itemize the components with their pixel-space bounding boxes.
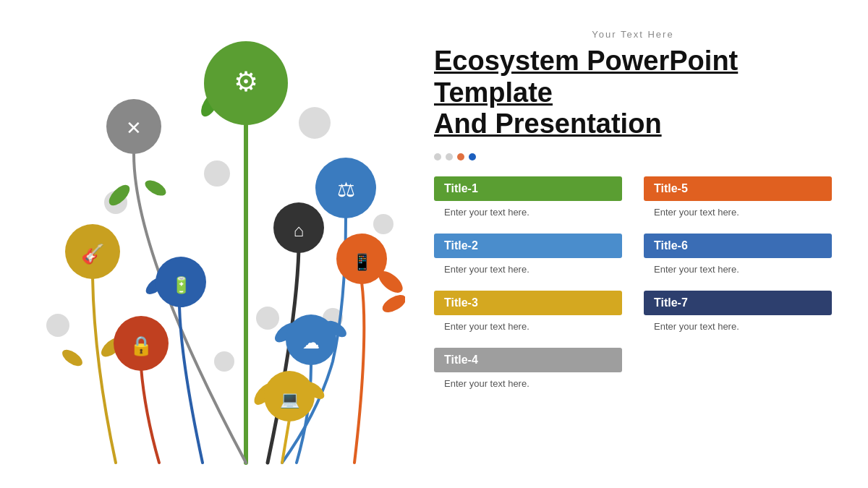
card-title2: Title-2 Enter your text here. [434,234,622,278]
svg-text:🔒: 🔒 [129,334,153,357]
card-title1-header: Title-1 [434,176,622,201]
card-title6: Title-6 Enter your text here. [644,234,832,278]
dot-3[interactable] [457,153,464,160]
svg-text:🔋: 🔋 [171,275,192,295]
svg-text:⚖: ⚖ [337,179,355,201]
card-title7: Title-7 Enter your text here. [644,291,832,335]
svg-point-6 [214,351,234,372]
card-title3-body: Enter your text here. [434,315,622,335]
main-title: Ecosystem PowerPoint Template And Presen… [434,46,832,140]
card-title4: Title-4 Enter your text here. [434,348,622,392]
right-content: Your Text Here Ecosystem PowerPoint Temp… [405,0,868,488]
card-title5-body: Enter your text here. [644,201,832,221]
tree-illustration: ⚙ ✕ ⚖ ⌂ 📱 🔋 🔒 ☁ 🎸 💻 [0,0,405,488]
subtitle: Your Text Here [434,29,832,40]
svg-point-2 [256,307,279,330]
card-title6-body: Enter your text here. [644,258,832,278]
pagination-dots [434,153,832,160]
dot-2[interactable] [446,153,453,160]
svg-text:⌂: ⌂ [294,221,305,240]
card-title4-header: Title-4 [434,348,622,372]
card-title2-header: Title-2 [434,234,622,258]
svg-text:⚙: ⚙ [234,67,258,97]
card-title6-header: Title-6 [644,234,832,258]
dot-4[interactable] [469,153,476,160]
svg-text:📱: 📱 [352,252,373,272]
card-title1-body: Enter your text here. [434,201,622,221]
svg-point-7 [373,214,393,234]
svg-text:🎸: 🎸 [81,242,105,265]
card-title3: Title-3 Enter your text here. [434,291,622,335]
svg-point-18 [142,177,169,199]
dot-1[interactable] [434,153,441,160]
svg-point-12 [380,291,405,316]
svg-point-5 [46,314,69,337]
card-title7-header: Title-7 [644,291,832,315]
cards-grid: Title-1 Enter your text here. Title-5 En… [434,176,832,392]
svg-point-1 [204,160,230,187]
card-title5: Title-5 Enter your text here. [644,176,832,221]
svg-point-20 [59,346,85,369]
svg-text:✕: ✕ [126,117,142,139]
svg-text:☁: ☁ [302,333,320,352]
svg-text:💻: 💻 [280,390,300,409]
card-title5-header: Title-5 [644,176,832,201]
card-title1: Title-1 Enter your text here. [434,176,622,221]
svg-point-0 [299,107,331,139]
card-title4-body: Enter your text here. [434,372,622,392]
card-title7-body: Enter your text here. [644,315,832,335]
card-title3-header: Title-3 [434,291,622,315]
card-title2-body: Enter your text here. [434,258,622,278]
